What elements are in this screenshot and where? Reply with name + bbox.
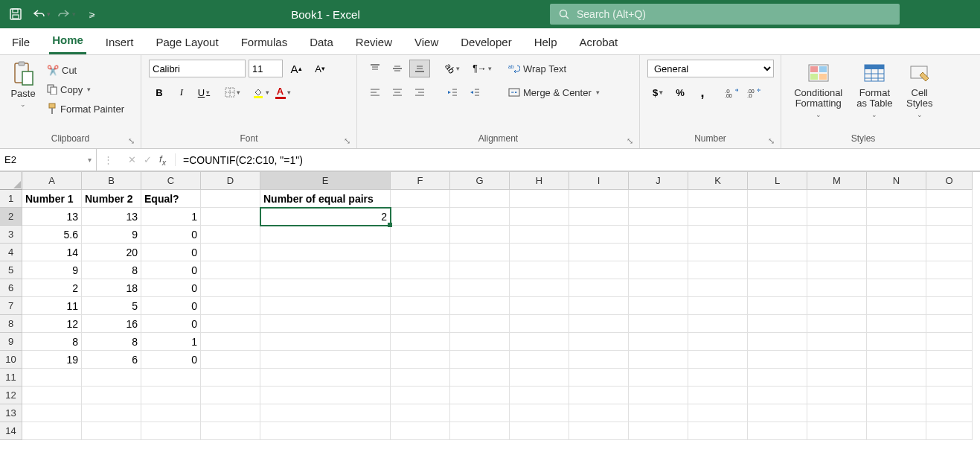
align-center-icon[interactable]	[387, 83, 408, 101]
cell[interactable]: 20	[82, 244, 141, 261]
cell[interactable]	[510, 369, 569, 387]
cell[interactable]	[201, 422, 260, 440]
column-header[interactable]: C	[141, 172, 201, 190]
cell[interactable]	[391, 226, 450, 244]
cell[interactable]	[82, 422, 141, 440]
formula-bar[interactable]: =COUNTIF(C2:C10, "=1")	[176, 154, 980, 166]
cell[interactable]	[688, 315, 748, 333]
cell[interactable]: 2	[22, 279, 82, 297]
cell[interactable]	[260, 315, 391, 333]
cell[interactable]	[629, 369, 688, 387]
decrease-font-icon[interactable]: A▾	[310, 60, 330, 77]
cell[interactable]	[510, 279, 569, 297]
cell[interactable]	[569, 315, 629, 333]
cell[interactable]	[450, 315, 510, 333]
qat-customize-icon[interactable]: ⩾	[82, 4, 101, 24]
cell[interactable]	[629, 261, 688, 279]
cell[interactable]	[391, 315, 450, 333]
cell[interactable]: 6	[82, 351, 141, 369]
dialog-launcher-icon[interactable]: ⤡	[768, 136, 775, 146]
cell[interactable]	[807, 315, 867, 333]
cell[interactable]: 0	[141, 244, 201, 261]
cell[interactable]	[141, 387, 201, 404]
format-painter-button[interactable]: Format Painter	[43, 100, 128, 118]
cell[interactable]	[391, 387, 450, 404]
cell[interactable]	[688, 244, 748, 261]
cell[interactable]	[569, 369, 629, 387]
tab-view[interactable]: View	[411, 31, 441, 54]
cell[interactable]	[22, 369, 82, 387]
cell[interactable]	[867, 369, 926, 387]
undo-button[interactable]	[31, 4, 51, 24]
copy-button[interactable]: Copy	[43, 80, 128, 98]
cell[interactable]	[807, 404, 867, 422]
cell[interactable]	[807, 351, 867, 369]
cell[interactable]	[510, 422, 569, 440]
tab-help[interactable]: Help	[531, 31, 560, 54]
cell[interactable]	[867, 244, 926, 261]
cell[interactable]	[450, 279, 510, 297]
dialog-launcher-icon[interactable]: ⤡	[128, 136, 135, 146]
row-header[interactable]: 5	[0, 261, 22, 279]
cell[interactable]: 9	[82, 226, 141, 244]
tab-review[interactable]: Review	[353, 31, 395, 54]
cell[interactable]	[510, 261, 569, 279]
cell[interactable]	[748, 261, 807, 279]
cell[interactable]	[629, 244, 688, 261]
tab-page-layout[interactable]: Page Layout	[153, 31, 221, 54]
row-header[interactable]: 14	[0, 422, 22, 440]
cell[interactable]	[22, 422, 82, 440]
cell[interactable]	[688, 333, 748, 351]
cell[interactable]	[867, 261, 926, 279]
cell[interactable]	[569, 226, 629, 244]
rtl-button[interactable]: ¶→	[472, 60, 493, 77]
redo-button[interactable]	[57, 4, 76, 24]
cell[interactable]	[867, 387, 926, 404]
wrap-text-button[interactable]: abWrap Text	[505, 60, 603, 77]
fx-icon[interactable]: fx	[159, 153, 166, 167]
cell-options-icon[interactable]: ⋮	[97, 149, 119, 171]
column-header[interactable]: I	[569, 172, 629, 190]
cell[interactable]	[569, 279, 629, 297]
cell[interactable]	[688, 387, 748, 404]
tab-developer[interactable]: Developer	[458, 31, 514, 54]
cell[interactable]	[629, 333, 688, 351]
cell[interactable]	[867, 422, 926, 440]
align-right-icon[interactable]	[409, 83, 430, 101]
cell[interactable]	[748, 226, 807, 244]
cell[interactable]	[807, 297, 867, 315]
cell[interactable]	[510, 297, 569, 315]
cell[interactable]	[926, 369, 973, 387]
cell[interactable]: 0	[141, 315, 201, 333]
cell[interactable]	[201, 387, 260, 404]
row-header[interactable]: 6	[0, 279, 22, 297]
cell[interactable]: 0	[141, 226, 201, 244]
cell[interactable]: 1	[141, 333, 201, 351]
cell[interactable]	[807, 190, 867, 208]
cell[interactable]	[629, 351, 688, 369]
cell[interactable]	[867, 190, 926, 208]
cell[interactable]: 8	[82, 333, 141, 351]
name-box[interactable]: E2▾	[0, 149, 97, 171]
cell[interactable]	[260, 226, 391, 244]
cell[interactable]: 13	[82, 208, 141, 226]
cell[interactable]	[201, 333, 260, 351]
cell[interactable]	[688, 208, 748, 226]
dialog-launcher-icon[interactable]: ⤡	[627, 136, 633, 146]
row-header[interactable]: 4	[0, 244, 22, 261]
cell[interactable]	[260, 297, 391, 315]
cell[interactable]	[569, 333, 629, 351]
cell[interactable]	[629, 297, 688, 315]
cell[interactable]	[510, 244, 569, 261]
cell[interactable]	[450, 261, 510, 279]
cell[interactable]: 1	[141, 208, 201, 226]
cell[interactable]	[82, 404, 141, 422]
column-header[interactable]: M	[807, 172, 867, 190]
cell[interactable]	[629, 279, 688, 297]
cell[interactable]: 8	[22, 333, 82, 351]
column-header[interactable]: D	[201, 172, 260, 190]
cell[interactable]	[926, 244, 973, 261]
cell[interactable]	[629, 315, 688, 333]
conditional-formatting-button[interactable]: Conditional Formatting⌄	[789, 60, 848, 120]
row-header[interactable]: 7	[0, 297, 22, 315]
